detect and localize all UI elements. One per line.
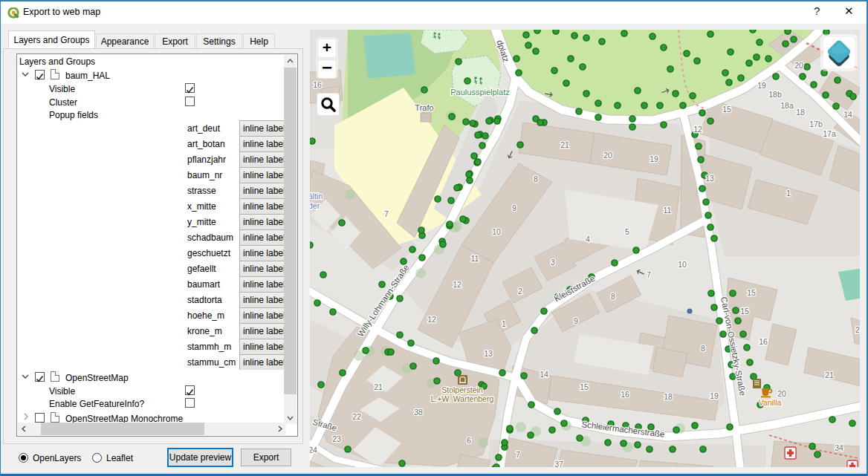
svg-text:1: 1 <box>786 189 791 198</box>
svg-text:18: 18 <box>664 392 673 401</box>
svg-text:12: 12 <box>453 280 461 289</box>
svg-text:22: 22 <box>352 412 361 421</box>
svg-text:18a: 18a <box>780 101 794 110</box>
svg-text:14: 14 <box>540 370 548 379</box>
svg-text:20: 20 <box>777 389 786 398</box>
svg-text:13: 13 <box>705 174 714 183</box>
svg-text:17a: 17a <box>823 129 836 138</box>
svg-text:1: 1 <box>502 319 506 328</box>
svg-text:16: 16 <box>759 337 768 346</box>
svg-text:10: 10 <box>492 227 501 236</box>
svg-text:24: 24 <box>310 446 317 454</box>
svg-text:11: 11 <box>664 206 672 215</box>
svg-text:11: 11 <box>471 254 479 263</box>
svg-text:6: 6 <box>467 436 471 445</box>
svg-text:19: 19 <box>710 391 719 400</box>
svg-text:Paulusspielplatz: Paulusspielplatz <box>450 88 510 97</box>
svg-text:9: 9 <box>512 203 516 212</box>
svg-text:19: 19 <box>650 154 658 163</box>
svg-text:12: 12 <box>427 315 436 324</box>
svg-text:17b: 17b <box>809 120 823 128</box>
svg-text:Vanilla: Vanilla <box>759 398 782 407</box>
svg-text:Trafo: Trafo <box>415 103 433 112</box>
svg-text:15: 15 <box>747 288 756 297</box>
svg-text:19: 19 <box>757 81 766 90</box>
svg-text:8: 8 <box>534 175 538 183</box>
svg-text:16: 16 <box>621 390 629 399</box>
svg-text:7: 7 <box>647 270 651 279</box>
svg-text:ältin: ältin <box>310 192 323 200</box>
svg-text:23: 23 <box>332 434 341 443</box>
svg-text:20: 20 <box>794 61 803 70</box>
svg-text:12: 12 <box>693 125 702 134</box>
svg-text:9: 9 <box>574 316 578 325</box>
svg-text:20: 20 <box>603 151 612 160</box>
svg-text:21: 21 <box>374 382 383 391</box>
svg-text:15: 15 <box>580 382 589 391</box>
svg-text:13: 13 <box>484 349 493 358</box>
svg-text:21: 21 <box>560 140 569 149</box>
svg-text:der: der <box>310 201 320 210</box>
svg-text:18b: 18b <box>768 90 782 99</box>
svg-text:2: 2 <box>518 287 522 296</box>
svg-text:10: 10 <box>678 260 687 269</box>
svg-text:15: 15 <box>740 307 749 316</box>
svg-text:8: 8 <box>701 344 705 353</box>
svg-text:7: 7 <box>516 450 520 459</box>
svg-text:37: 37 <box>554 460 563 467</box>
svg-text:16: 16 <box>313 80 322 89</box>
svg-text:8: 8 <box>611 292 615 301</box>
svg-text:21: 21 <box>825 371 834 379</box>
svg-text:18: 18 <box>796 108 805 117</box>
svg-text:38: 38 <box>414 408 423 417</box>
svg-text:7: 7 <box>384 209 389 218</box>
svg-text:34: 34 <box>835 443 843 452</box>
svg-text:14: 14 <box>843 110 852 119</box>
svg-text:4: 4 <box>586 235 590 244</box>
svg-text:15: 15 <box>722 105 731 114</box>
svg-text:2: 2 <box>855 325 860 334</box>
svg-text:5: 5 <box>625 227 629 236</box>
svg-text:3: 3 <box>551 258 555 267</box>
svg-text:L.+W. Wartenberg: L.+W. Wartenberg <box>431 394 494 403</box>
svg-text:Stolperstein: Stolperstein <box>441 385 483 394</box>
